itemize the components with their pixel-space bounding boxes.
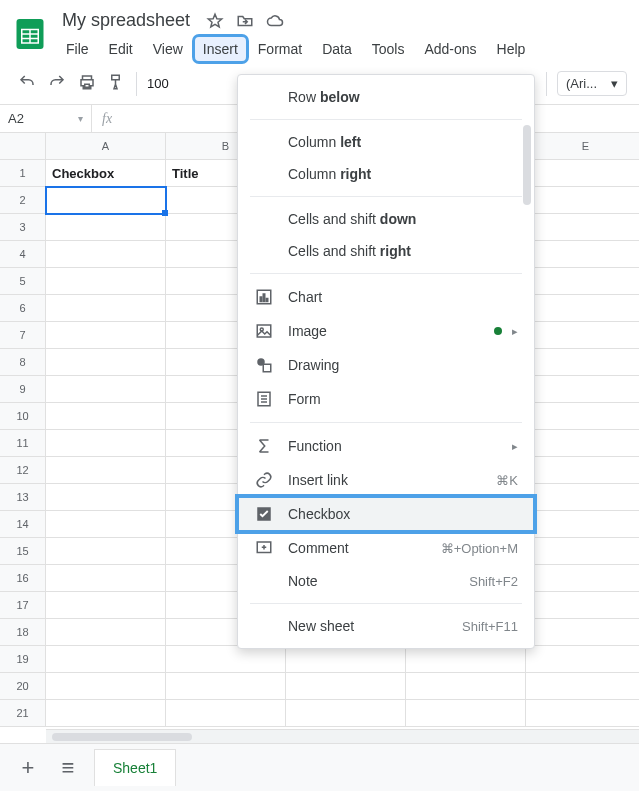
redo-icon[interactable] [48, 73, 66, 94]
star-icon[interactable] [206, 12, 224, 30]
row-header[interactable]: 12 [0, 457, 46, 484]
font-selector[interactable]: (Ari... ▾ [557, 71, 627, 96]
row-header[interactable]: 1 [0, 160, 46, 187]
cell[interactable] [286, 673, 406, 700]
menu-item-down[interactable]: Cells and shift down [238, 203, 534, 235]
cell[interactable] [286, 700, 406, 727]
cell[interactable] [526, 430, 639, 457]
menu-format[interactable]: Format [250, 37, 310, 61]
sheets-logo[interactable] [10, 8, 50, 60]
row-header[interactable]: 10 [0, 403, 46, 430]
menu-item-below[interactable]: Row below [238, 81, 534, 113]
menu-item-new-sheet[interactable]: New sheetShift+F11 [238, 610, 534, 642]
menu-item-comment[interactable]: Comment⌘+Option+M [238, 531, 534, 565]
cell[interactable] [526, 376, 639, 403]
selection-handle[interactable] [162, 210, 168, 216]
row-header[interactable]: 2 [0, 187, 46, 214]
menu-item-checkbox[interactable]: Checkbox [238, 497, 534, 531]
cell[interactable] [526, 619, 639, 646]
row-header[interactable]: 13 [0, 484, 46, 511]
menu-tools[interactable]: Tools [364, 37, 413, 61]
menu-scrollbar[interactable] [523, 125, 531, 640]
row-header[interactable]: 9 [0, 376, 46, 403]
menu-data[interactable]: Data [314, 37, 360, 61]
move-icon[interactable] [236, 12, 254, 30]
cell[interactable] [286, 646, 406, 673]
menu-item-right[interactable]: Cells and shift right [238, 235, 534, 267]
add-sheet-button[interactable]: + [14, 755, 42, 781]
menu-item-insert-link[interactable]: Insert link⌘K [238, 463, 534, 497]
menu-item-form[interactable]: Form [238, 382, 534, 416]
sheet-tab-active[interactable]: Sheet1 [94, 749, 176, 786]
menu-item-image[interactable]: Image▸ [238, 314, 534, 348]
cell[interactable] [526, 268, 639, 295]
column-header[interactable]: E [526, 133, 639, 160]
cell[interactable] [166, 673, 286, 700]
menu-file[interactable]: File [58, 37, 97, 61]
row-header[interactable]: 8 [0, 349, 46, 376]
menu-item-function[interactable]: Function▸ [238, 429, 534, 463]
row-header[interactable]: 18 [0, 619, 46, 646]
cell[interactable] [526, 484, 639, 511]
cell[interactable] [46, 565, 166, 592]
row-header[interactable]: 14 [0, 511, 46, 538]
menu-item-chart[interactable]: Chart [238, 280, 534, 314]
paint-format-icon[interactable] [108, 73, 126, 94]
cell[interactable] [526, 592, 639, 619]
cell[interactable] [46, 241, 166, 268]
cell[interactable] [46, 484, 166, 511]
row-header[interactable]: 21 [0, 700, 46, 727]
row-header[interactable]: 6 [0, 295, 46, 322]
scrollbar-thumb[interactable] [52, 733, 192, 741]
undo-icon[interactable] [18, 73, 36, 94]
cell[interactable] [46, 592, 166, 619]
cell[interactable] [526, 349, 639, 376]
grid-corner[interactable] [0, 133, 46, 160]
cell[interactable] [46, 187, 166, 214]
document-title[interactable]: My spreadsheet [62, 10, 190, 31]
cell[interactable] [46, 268, 166, 295]
row-header[interactable]: 17 [0, 592, 46, 619]
cell[interactable] [526, 673, 639, 700]
menu-view[interactable]: View [145, 37, 191, 61]
menu-help[interactable]: Help [489, 37, 534, 61]
cell[interactable] [526, 565, 639, 592]
cell[interactable] [526, 538, 639, 565]
cell[interactable] [46, 673, 166, 700]
cell[interactable] [526, 241, 639, 268]
cell[interactable] [46, 538, 166, 565]
cell[interactable] [46, 619, 166, 646]
row-header[interactable]: 5 [0, 268, 46, 295]
cell[interactable] [526, 511, 639, 538]
row-header[interactable]: 19 [0, 646, 46, 673]
cell[interactable] [46, 403, 166, 430]
cell[interactable] [46, 700, 166, 727]
cell[interactable] [526, 322, 639, 349]
cell[interactable]: Checkbox [46, 160, 166, 187]
horizontal-scrollbar[interactable] [46, 729, 639, 743]
cell[interactable] [46, 430, 166, 457]
cell[interactable] [406, 673, 526, 700]
zoom-level[interactable]: 100 [147, 76, 169, 91]
menu-addons[interactable]: Add-ons [416, 37, 484, 61]
cell[interactable] [526, 700, 639, 727]
row-header[interactable]: 11 [0, 430, 46, 457]
menu-item-drawing[interactable]: Drawing [238, 348, 534, 382]
cell[interactable] [526, 214, 639, 241]
cell[interactable] [526, 403, 639, 430]
cell[interactable] [46, 646, 166, 673]
cell[interactable] [46, 376, 166, 403]
name-box[interactable]: A2 ▾ [0, 105, 92, 132]
menu-item-note[interactable]: NoteShift+F2 [238, 565, 534, 597]
menu-insert[interactable]: Insert [195, 37, 246, 61]
cell[interactable] [46, 511, 166, 538]
column-header[interactable]: A [46, 133, 166, 160]
row-header[interactable]: 15 [0, 538, 46, 565]
cell[interactable] [166, 646, 286, 673]
cell[interactable] [526, 160, 639, 187]
row-header[interactable]: 4 [0, 241, 46, 268]
cell[interactable] [46, 295, 166, 322]
row-header[interactable]: 7 [0, 322, 46, 349]
cell[interactable] [166, 700, 286, 727]
cell[interactable] [526, 295, 639, 322]
